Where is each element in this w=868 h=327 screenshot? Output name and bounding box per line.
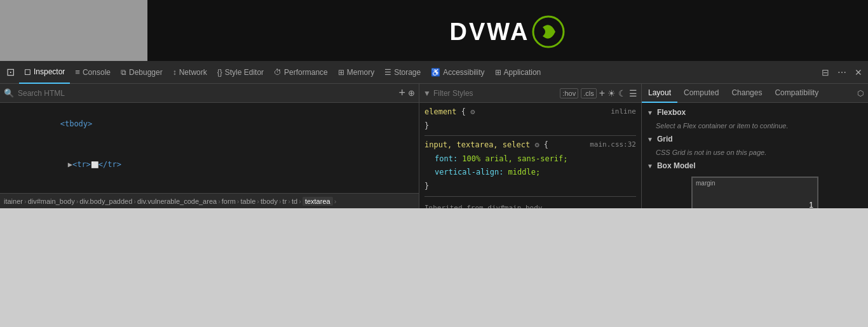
css-filter-bar: ▼ :hov .cls + ☀ ☾ ☰ bbox=[419, 84, 641, 103]
grid-arrow-icon: ▼ bbox=[647, 136, 653, 143]
grid-section-header[interactable]: ▼ Grid bbox=[647, 132, 863, 146]
tab-application[interactable]: ⊞ Application bbox=[490, 61, 546, 84]
tab-compatibility[interactable]: Compatibility bbox=[768, 84, 825, 103]
accessibility-icon: ♿ bbox=[431, 68, 440, 77]
pick-node-button[interactable]: ⊕ bbox=[408, 88, 415, 98]
performance-icon: ⏱ bbox=[274, 68, 281, 77]
box-model-section-header[interactable]: ▼ Box Model bbox=[647, 159, 863, 173]
breadcrumb-body-padded[interactable]: div.body_padded bbox=[79, 197, 132, 205]
margin-value: 1 bbox=[809, 201, 813, 208]
tab-accessibility[interactable]: ♿ Accessibility bbox=[426, 61, 489, 84]
html-panel: 🔍 + ⊕ <tbody> ▶<tr>⬜</tr> ▼<tr> bbox=[0, 84, 419, 208]
tab-network[interactable]: ↕ Network bbox=[168, 61, 212, 84]
devtools-panel: ⊡ ◻ Inspector ≡ Console ⧉ Debugger ↕ Net… bbox=[0, 61, 868, 208]
dvwa-logo-text: DVWA bbox=[450, 18, 530, 46]
pick-element-button[interactable]: ⊡ bbox=[1, 63, 19, 81]
breadcrumb-textarea[interactable]: textarea bbox=[302, 197, 333, 206]
dvwa-logo-icon bbox=[531, 15, 566, 50]
responsive-design-button[interactable]: ⊟ bbox=[817, 64, 834, 81]
layout-tabs-bar: Layout Computed Changes Compatibility ⬡ bbox=[642, 84, 868, 103]
css-panel: ▼ :hov .cls + ☀ ☾ ☰ element { ⚙inline } bbox=[419, 84, 642, 208]
dvwa-logo: DVWA bbox=[450, 15, 566, 50]
breadcrumb-td[interactable]: td bbox=[292, 197, 297, 205]
breadcrumb-form[interactable]: form bbox=[222, 197, 236, 205]
css-vertical-align-prop: vertical-align: middle; bbox=[424, 166, 636, 180]
console-icon: ≡ bbox=[75, 67, 80, 77]
tab-storage[interactable]: ☰ Storage bbox=[379, 61, 426, 84]
breadcrumb-bar: itainer › div#main_body › div.body_padde… bbox=[0, 193, 419, 208]
css-font-prop: font: 100% arial, sans-serif; bbox=[424, 152, 636, 166]
html-search-bar: 🔍 + ⊕ bbox=[0, 84, 419, 103]
filter-icon: ▼ bbox=[423, 89, 431, 98]
tab-changes[interactable]: Changes bbox=[725, 84, 768, 103]
grid-section-content: CSS Grid is not in use on this page. bbox=[647, 146, 863, 159]
html-tree: <tbody> ▶<tr>⬜</tr> ▼<tr> <td width="100… bbox=[0, 103, 419, 193]
css-dark-button[interactable]: ☾ bbox=[618, 88, 627, 98]
html-line-tr1: ▶<tr>⬜</tr> bbox=[0, 144, 419, 184]
debugger-icon: ⧉ bbox=[121, 68, 126, 77]
box-model-arrow-icon: ▼ bbox=[647, 163, 653, 170]
html-search-input[interactable] bbox=[18, 89, 396, 98]
css-element-rule: element { ⚙inline bbox=[424, 105, 636, 119]
breadcrumb-vuln-code[interactable]: div.vulnerable_code_area bbox=[137, 197, 217, 205]
tab-style-editor[interactable]: {} Style Editor bbox=[212, 61, 269, 84]
breadcrumb-tbody[interactable]: tbody bbox=[261, 197, 278, 205]
flexbox-section-content: Select a Flex container or item to conti… bbox=[647, 119, 863, 132]
breadcrumb-itainer[interactable]: itainer bbox=[4, 197, 23, 205]
css-content: element { ⚙inline } input, textarea, sel… bbox=[419, 103, 641, 208]
tab-computed[interactable]: Computed bbox=[677, 84, 725, 103]
tab-debugger[interactable]: ⧉ Debugger bbox=[116, 61, 168, 84]
layout-content: ▼ Flexbox Select a Flex container or ite… bbox=[642, 103, 868, 208]
html-line-tbody: <tbody> bbox=[0, 104, 419, 144]
layout-panel: Layout Computed Changes Compatibility ⬡ … bbox=[642, 84, 868, 208]
flexbox-section-header[interactable]: ▼ Flexbox bbox=[647, 105, 863, 119]
close-devtools-button[interactable]: ✕ bbox=[850, 64, 867, 81]
breadcrumb-table[interactable]: table bbox=[240, 197, 255, 205]
search-icon: 🔍 bbox=[4, 88, 14, 98]
devtools-body: 🔍 + ⊕ <tbody> ▶<tr>⬜</tr> ▼<tr> bbox=[0, 84, 868, 208]
css-element-close: } bbox=[424, 119, 636, 133]
storage-icon: ☰ bbox=[384, 68, 391, 77]
application-icon: ⊞ bbox=[495, 68, 501, 77]
devtools-toolbar: ⊡ ◻ Inspector ≡ Console ⧉ Debugger ↕ Net… bbox=[0, 61, 868, 84]
css-input-rule-selector: input, textarea, select ⚙ {main.css:32 bbox=[424, 138, 636, 152]
hov-button[interactable]: :hov bbox=[560, 88, 578, 98]
dvwa-header: DVWA bbox=[147, 0, 868, 63]
flexbox-arrow-icon: ▼ bbox=[647, 109, 653, 116]
css-more-button[interactable]: ☰ bbox=[629, 88, 637, 98]
breadcrumb-main-body[interactable]: div#main_body bbox=[28, 197, 75, 205]
tab-performance[interactable]: ⏱ Performance bbox=[269, 61, 333, 84]
layout-panel-resize[interactable]: ⬡ bbox=[853, 86, 868, 101]
css-add-button[interactable]: + bbox=[599, 88, 605, 99]
html-line-tr2: ▼<tr> bbox=[0, 184, 419, 193]
css-filter-input[interactable] bbox=[433, 89, 557, 98]
breadcrumb-tr[interactable]: tr bbox=[283, 197, 287, 205]
style-editor-icon: {} bbox=[217, 68, 222, 77]
inherited-label: Inherited from div#main_body bbox=[424, 199, 636, 208]
tab-memory[interactable]: ⊞ Memory bbox=[333, 61, 379, 84]
margin-label: margin bbox=[696, 180, 715, 187]
css-input-rule-close: } bbox=[424, 180, 636, 194]
memory-icon: ⊞ bbox=[338, 68, 344, 77]
cls-button[interactable]: .cls bbox=[581, 88, 597, 98]
add-node-button[interactable]: + bbox=[398, 86, 405, 100]
box-model-visual: margin 1 bbox=[647, 177, 863, 208]
css-light-button[interactable]: ☀ bbox=[607, 88, 616, 98]
tab-layout[interactable]: Layout bbox=[642, 84, 677, 103]
more-tools-button[interactable]: ⋯ bbox=[834, 64, 850, 81]
tab-console[interactable]: ≡ Console bbox=[70, 61, 116, 84]
network-icon: ↕ bbox=[173, 68, 177, 77]
inspector-icon: ◻ bbox=[24, 67, 31, 76]
tab-inspector[interactable]: ◻ Inspector bbox=[19, 61, 70, 84]
